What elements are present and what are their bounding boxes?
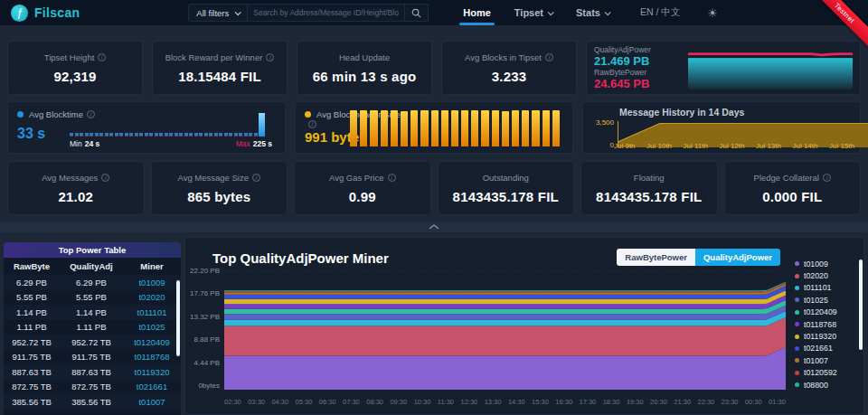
- bar: [194, 133, 198, 137]
- info-icon[interactable]: i: [545, 53, 553, 61]
- info-icon[interactable]: i: [388, 174, 396, 182]
- y-tick: 22.20 PB: [190, 267, 220, 275]
- legend-item-t0120409[interactable]: t0120409: [795, 307, 854, 318]
- qualityadjpower-toggle[interactable]: QualityAdjPower: [695, 249, 780, 266]
- stacked-area-chart: [224, 270, 786, 390]
- series-t01007: [224, 284, 786, 295]
- bar: [85, 133, 89, 137]
- network-power-card: QualityAdjPower 21.469 PB RawBytePower 2…: [586, 41, 861, 95]
- nav-item-home[interactable]: Home: [463, 0, 491, 25]
- legend-item-t021661[interactable]: t021661: [795, 343, 854, 354]
- rawbyte-cell: 1.11 PB: [4, 322, 60, 332]
- bar: [219, 133, 222, 137]
- bar: [461, 110, 468, 146]
- miner-link[interactable]: t0118768: [123, 352, 181, 362]
- x-tick: 07:30: [343, 398, 360, 406]
- info-icon[interactable]: i: [98, 53, 106, 61]
- blocktime-min: Min24 s: [70, 139, 99, 148]
- legend-scrollbar[interactable]: [859, 259, 863, 350]
- legend-item-t0119320[interactable]: t0119320: [795, 330, 854, 342]
- stat-label: Outstanding: [483, 173, 529, 183]
- legend-item-t01025[interactable]: t01025: [795, 294, 854, 306]
- x-tick: 18:30: [603, 398, 620, 406]
- filters-dropdown[interactable]: All filters: [188, 4, 248, 22]
- x-tick: 00:30: [745, 398, 762, 406]
- language-switch[interactable]: EN / 中文: [640, 6, 680, 19]
- bar: [129, 133, 133, 137]
- miner-link[interactable]: t011101: [123, 307, 181, 317]
- miner-link[interactable]: t01007: [123, 397, 181, 407]
- power-table-body: 6.29 PB6.29 PBt010095.55 PB5.55 PBt02020…: [4, 275, 181, 410]
- legend-item-t0120592[interactable]: t0120592: [795, 367, 854, 379]
- filscan-logo-icon[interactable]: ƒ: [11, 5, 28, 22]
- miner-link[interactable]: t0120409: [123, 337, 181, 347]
- x-tick: 14:30: [508, 398, 525, 406]
- legend-item-t02020[interactable]: t02020: [795, 269, 854, 281]
- stat-label: Head Update: [339, 52, 390, 62]
- legend-item-t011101[interactable]: t011101: [795, 282, 854, 294]
- bar: [481, 110, 488, 146]
- info-icon[interactable]: i: [252, 174, 260, 182]
- bar: [80, 133, 83, 137]
- legend-item-t01009[interactable]: t01009: [795, 258, 854, 269]
- info-icon[interactable]: i: [823, 174, 831, 182]
- stat-label: Floating: [634, 173, 665, 183]
- bar: [199, 133, 203, 137]
- y-tick: 13.32 PB: [190, 313, 220, 321]
- info-icon[interactable]: i: [308, 120, 316, 128]
- collapse-stats-bar[interactable]: [0, 222, 868, 232]
- bar: [214, 133, 218, 137]
- legend-item-t0118768[interactable]: t0118768: [795, 318, 854, 330]
- bar: [512, 110, 519, 146]
- info-icon[interactable]: i: [101, 174, 109, 182]
- miner-chart-title: Top QualityAdjPower Miner: [212, 250, 389, 266]
- nav-item-tipset[interactable]: Tipset: [514, 0, 552, 25]
- bar: [254, 133, 258, 137]
- miner-link[interactable]: t021661: [123, 382, 181, 391]
- stat-value: 3.233: [492, 69, 527, 84]
- miner-link[interactable]: t0119320: [123, 367, 181, 377]
- bar: [119, 133, 123, 137]
- miner-link[interactable]: t02020: [123, 292, 181, 302]
- info-icon[interactable]: i: [266, 53, 274, 61]
- rawbytepower-toggle[interactable]: RawBytePower: [617, 249, 695, 266]
- rawbyte-cell: 911.75 TB: [4, 352, 60, 362]
- y-tick: 0bytes: [198, 382, 220, 390]
- bar: [189, 133, 193, 137]
- table-scrollbar[interactable]: [176, 280, 180, 356]
- mh-y-max: 3,500: [587, 118, 614, 127]
- chevron-down-icon: [235, 9, 241, 15]
- miner-link[interactable]: t01025: [123, 322, 181, 332]
- miner-link[interactable]: t01009: [123, 278, 181, 288]
- x-tick: 13:30: [485, 398, 502, 406]
- stat-label: Avg Gas Pricei: [329, 173, 396, 183]
- stats-row-3: Avg Messagesi21.02Avg Message Sizei865 b…: [7, 161, 861, 215]
- search-button[interactable]: [404, 5, 428, 21]
- brand-name[interactable]: Filscan: [34, 5, 80, 20]
- search-input[interactable]: [248, 8, 404, 17]
- qualityadj-cell: 1.14 PB: [60, 307, 123, 317]
- legend-label: t0118768: [804, 320, 836, 329]
- bar: [532, 110, 539, 146]
- bar: [209, 133, 212, 137]
- x-tick: Jul 14th: [792, 142, 817, 150]
- legend-item-t08800[interactable]: t08800: [795, 379, 854, 391]
- nav-item-stats[interactable]: Stats: [576, 0, 609, 25]
- bar: [229, 133, 232, 137]
- bar: [471, 110, 478, 146]
- theme-toggle-icon[interactable]: ☀: [707, 6, 718, 20]
- bar: [410, 110, 418, 146]
- bar: [109, 133, 113, 137]
- stat-card-avg-blocks-in-tipset: Avg Blocks in Tipseti3.233: [441, 41, 577, 95]
- legend-item-t01007[interactable]: t01007: [795, 354, 854, 366]
- legend-dot-icon: [795, 297, 799, 302]
- x-tick: 08:30: [366, 398, 383, 406]
- legend-label: t01009: [804, 259, 828, 269]
- x-tick: 22:30: [698, 398, 715, 406]
- x-tick: 16:30: [555, 398, 572, 406]
- power-table-title: Top Power Table: [4, 242, 181, 258]
- miner-legend: t01009t02020t011101t01025t0120409t011876…: [795, 258, 854, 391]
- stat-value: 92,319: [53, 69, 96, 84]
- miner-chart-y-axis: 22.20 PB17.76 PB13.32 PB8.88 PB4.44 PB0b…: [185, 267, 220, 390]
- blocktime-value: 33 s: [17, 126, 45, 142]
